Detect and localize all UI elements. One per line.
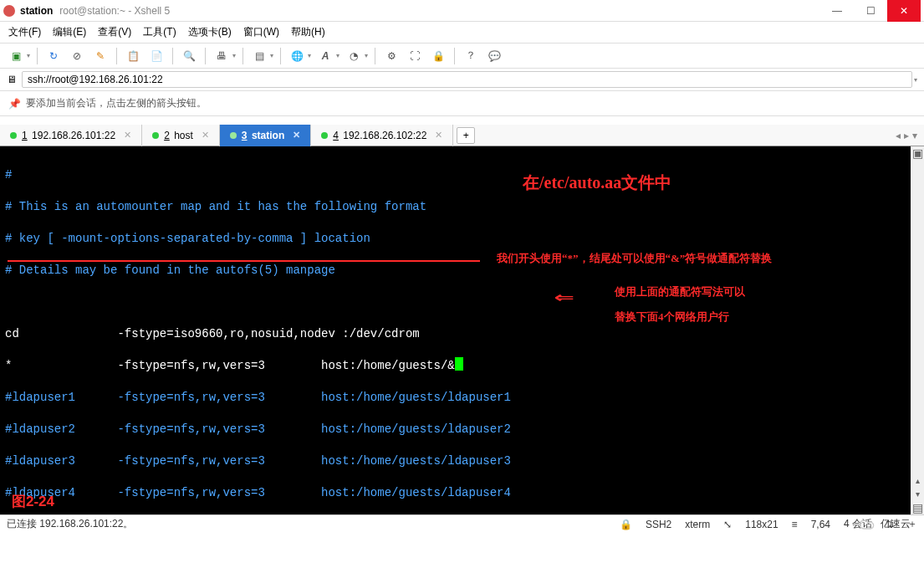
menu-window[interactable]: 窗口(W) (243, 25, 279, 39)
tab-3-active[interactable]: 3 station ✕ (220, 125, 311, 146)
file-line: #ldapuser3 -fstype=nfs,rw,vers=3 host:/h… (5, 453, 906, 469)
addressbar: 🖥 ▾ (0, 69, 924, 91)
tab-4[interactable]: 4 192.168.26.102:22 ✕ (311, 125, 453, 146)
script-icon[interactable]: ⚙ (382, 47, 401, 65)
tab-close-icon[interactable]: ✕ (293, 130, 300, 141)
reconnect-icon[interactable]: ↻ (44, 47, 63, 65)
file-line: # This is an automounter map and it has … (5, 199, 906, 215)
annotation-wildcard: 我们开头使用“*”，结尾处可以使用“&”符号做通配符替换 (497, 250, 772, 266)
tab-next-icon[interactable]: ▸ (904, 130, 909, 141)
new-session-icon[interactable]: ▣ (7, 47, 25, 65)
watermark-logo: 亿速云 (859, 517, 911, 531)
color-icon[interactable]: ◔ (345, 47, 363, 65)
window-controls: — ☐ ✕ (820, 0, 921, 22)
lock-icon: 🔒 (620, 519, 632, 530)
address-input[interactable] (22, 71, 912, 88)
resize-icon: ⤡ (723, 519, 732, 530)
lock-icon[interactable]: 🔒 (429, 47, 447, 65)
print-icon[interactable]: 🖶 (212, 47, 231, 65)
status-cursor: 7,64 (811, 519, 830, 530)
hintbar: 📌 要添加当前会话，点击左侧的箭头按钮。 (0, 91, 924, 116)
file-line: # key [ -mount-options-separated-by-comm… (5, 231, 906, 247)
menu-file[interactable]: 文件(F) (8, 25, 41, 39)
font-icon[interactable]: A (316, 47, 334, 65)
highlight-icon[interactable]: ✎ (91, 47, 110, 65)
file-line: #ldapuser1 -fstype=nfs,rw,vers=3 host:/h… (5, 390, 906, 406)
file-line: cd -fstype=iso9660,ro,nosuid,nodev :/dev… (5, 326, 906, 342)
new-tab-button[interactable]: + (457, 127, 475, 144)
tab-list-icon[interactable]: ▾ (912, 130, 917, 141)
status-dot-icon (230, 132, 237, 139)
tab-close-icon[interactable]: ✕ (435, 130, 442, 141)
tab-label: host (174, 130, 193, 141)
tab-label: station (252, 130, 284, 141)
figure-label: 图2-24 (12, 494, 54, 509)
maximize-button[interactable]: ☐ (854, 0, 887, 22)
menu-tabs[interactable]: 选项卡(B) (188, 25, 232, 39)
tab-prev-icon[interactable]: ◂ (896, 130, 901, 141)
tab-label: 192.168.26.102:22 (343, 130, 426, 141)
file-line: #ldapuser2 -fstype=nfs,rw,vers=3 host:/h… (5, 422, 906, 438)
window-title: root@station:~ - Xshell 5 (59, 5, 170, 17)
copy-icon[interactable]: 📋 (124, 47, 142, 65)
cursor (455, 357, 463, 371)
search-icon[interactable]: 🔍 (180, 47, 198, 65)
terminal[interactable]: # # This is an automounter map and it ha… (0, 146, 911, 514)
expand-pane-icon[interactable]: ▣ (911, 146, 924, 160)
session-name: station (20, 5, 53, 17)
paste-icon[interactable]: 📄 (147, 47, 166, 65)
terminal-pane: # # This is an automounter map and it ha… (0, 146, 924, 514)
status-dot-icon (10, 132, 17, 139)
minimize-button[interactable]: — (820, 0, 854, 22)
globe-icon[interactable]: 🌐 (288, 47, 306, 65)
status-term: xterm (685, 519, 710, 530)
menu-edit[interactable]: 编辑(E) (53, 25, 86, 39)
layout-icon[interactable]: ▤ (911, 501, 924, 514)
file-line (5, 294, 906, 310)
annotation-arrow-icon: ⇐ (554, 290, 574, 306)
tab-nav: ◂ ▸ ▾ (889, 130, 924, 141)
annotation-replace1: 使用上面的通配符写法可以 (615, 284, 745, 299)
menu-view[interactable]: 查看(V) (98, 25, 131, 39)
tab-label: 192.168.26.101:22 (32, 130, 115, 141)
help-icon[interactable]: ？ (462, 47, 480, 65)
status-connection: 已连接 192.168.26.101:22。 (7, 517, 133, 531)
close-button[interactable]: ✕ (887, 0, 921, 22)
chat-icon[interactable]: 💬 (485, 47, 503, 65)
address-dropdown-icon[interactable]: ▾ (914, 76, 917, 84)
menubar: 文件(F) 编辑(E) 查看(V) 工具(T) 选项卡(B) 窗口(W) 帮助(… (0, 22, 924, 43)
statusbar: 已连接 192.168.26.101:22。 🔒 SSH2 xterm ⤡ 11… (0, 514, 924, 533)
file-line: #ldapuser4 -fstype=nfs,rw,vers=3 host:/h… (5, 485, 906, 501)
disconnect-icon[interactable]: ⊘ (68, 47, 86, 65)
annotation-title: 在/etc/auto.aa文件中 (523, 175, 671, 191)
status-dot-icon (152, 132, 159, 139)
app-icon (3, 5, 15, 17)
toolbar: ▣▾ ↻ ⊘ ✎ 📋 📄 🔍 🖶▾ ▤▾ 🌐▾ A▾ ◔▾ ⚙ ⛶ 🔒 ？ 💬 (0, 43, 924, 69)
annotation-replace2: 替换下面4个网络用户行 (615, 309, 729, 325)
menu-tools[interactable]: 工具(T) (143, 25, 176, 39)
status-size: 118x21 (745, 519, 778, 530)
annotation-underline (8, 260, 480, 262)
tab-close-icon[interactable]: ✕ (202, 130, 209, 141)
status-protocol: SSH2 (646, 519, 671, 530)
status-dot-icon (321, 132, 328, 139)
tabbar: 1 192.168.26.101:22 ✕ 2 host ✕ 3 station… (0, 125, 924, 146)
file-line: * -fstype=nfs,rw,vers=3 host:/home/guest… (5, 358, 906, 374)
file-line: # (5, 167, 906, 183)
tab-1[interactable]: 1 192.168.26.101:22 ✕ (0, 125, 142, 146)
tab-close-icon[interactable]: ✕ (124, 130, 131, 141)
titlebar: station root@station:~ - Xshell 5 — ☐ ✕ (0, 0, 924, 22)
menu-help[interactable]: 帮助(H) (291, 25, 325, 39)
scrollbar[interactable]: ▣ ▴ ▾ ▤ (911, 146, 924, 514)
ssh-icon: 🖥 (7, 74, 17, 85)
fullscreen-icon[interactable]: ⛶ (406, 47, 424, 65)
hint-text: 要添加当前会话，点击左侧的箭头按钮。 (26, 96, 207, 110)
tab-2[interactable]: 2 host ✕ (142, 125, 220, 146)
pin-icon[interactable]: 📌 (8, 98, 21, 110)
properties-icon[interactable]: ▤ (250, 47, 268, 65)
scroll-down-icon[interactable]: ▾ (911, 488, 924, 501)
bars-icon: ≡ (792, 519, 798, 530)
scroll-up-icon[interactable]: ▴ (911, 474, 924, 488)
